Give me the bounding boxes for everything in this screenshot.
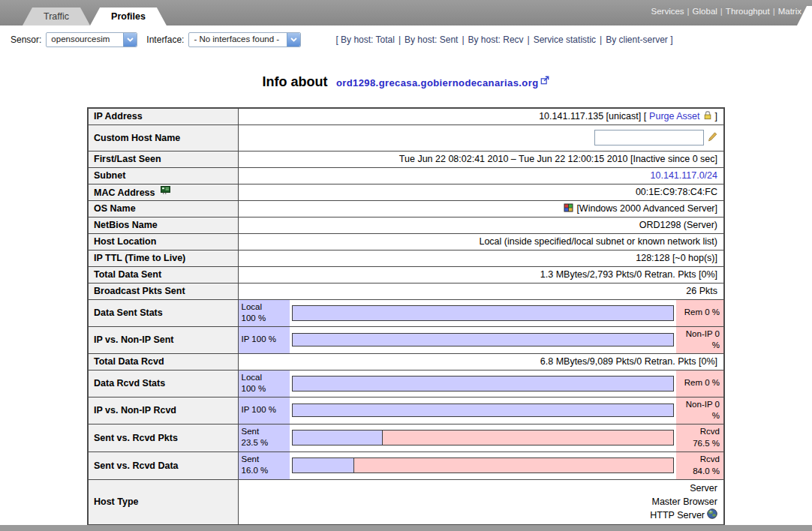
total-data-sent-value: 1.3 MBytes/2,793 Pkts/0 Retran. Pkts [0%… xyxy=(238,266,724,283)
bar-right-label: Rem 0 % xyxy=(676,300,723,326)
table-row-custom-host-name: Custom Host Name xyxy=(88,124,724,151)
link-separator: | xyxy=(458,34,468,45)
link-by-client-server[interactable]: By client-server xyxy=(606,34,668,45)
percentage-bar xyxy=(292,404,675,417)
toolbar: Sensor: opensourcesim Interface: - No in… xyxy=(0,26,812,52)
lock-icon[interactable] xyxy=(703,110,712,122)
table-row-netbios-name: NetBios Name ORD1298 (Server) xyxy=(88,217,724,233)
top-nav-links: Services|Global|Throughput|Matrix xyxy=(651,7,802,16)
nav-link-services[interactable]: Services xyxy=(651,7,684,16)
row-label: Host Type xyxy=(88,479,238,525)
nav-link-matrix[interactable]: Matrix xyxy=(778,7,801,16)
host-info-table: IP Address 10.141.117.135 [unicast] [ Pu… xyxy=(87,107,725,526)
table-row-ip-ttl: IP TTL (Time to Live) 128:128 [~0 hop(s)… xyxy=(88,250,724,266)
host-type-value: Server Master Browser HTTP Server xyxy=(238,479,724,525)
sensor-select[interactable]: opensourcesim xyxy=(46,32,137,47)
pencil-icon[interactable] xyxy=(707,131,717,145)
bar-left-label: IP 100 % xyxy=(239,398,290,424)
bar-right-label: Non-IP 0 % xyxy=(676,398,723,424)
tab-profiles[interactable]: Profiles xyxy=(90,8,167,26)
bar-right-label: Non-IP 0 % xyxy=(676,327,723,353)
bar-left-label: Local 100 % xyxy=(239,300,290,326)
chevron-down-icon xyxy=(123,33,137,46)
percentage-bar xyxy=(292,376,675,392)
tab-traffic[interactable]: Traffic xyxy=(23,8,90,26)
total-data-rcvd-value: 6.8 MBytes/9,089 Pkts/0 Retran. Pkts [0%… xyxy=(238,353,724,370)
link-by-host-sent[interactable]: By host: Sent xyxy=(404,34,458,45)
link-separator: | xyxy=(596,34,606,45)
link-by-host-recv[interactable]: By host: Recv xyxy=(468,34,524,45)
host-type-master-browser: Master Browser xyxy=(245,495,718,508)
table-row-data-rcvd-stats: Data Rcvd Stats Local 100 % Rem 0 % xyxy=(88,370,724,397)
link-service-statistic[interactable]: Service statistic xyxy=(534,34,596,45)
percentage-bar xyxy=(292,305,675,321)
row-label: Data Rcvd Stats xyxy=(88,370,238,397)
ip-vs-nonip-sent-bar: IP 100 % Non-IP 0 % xyxy=(238,326,724,353)
table-row-subnet: Subnet 10.141.117.0/24 xyxy=(88,167,724,184)
data-rcvd-stats-bar: Local 100 % Rem 0 % xyxy=(238,370,724,397)
row-label: Total Data Sent xyxy=(88,266,238,283)
mac-address-value: 00:1E:C9:78:C4:FC xyxy=(238,184,724,200)
host-name-link[interactable]: ord1298.grecasa.gobiernodecanarias.org xyxy=(336,77,539,88)
bar-left-label: Local 100 % xyxy=(239,370,290,397)
host-location-value: Local (inside specified/local subnet or … xyxy=(238,233,724,250)
table-row-ip-vs-nonip-sent: IP vs. Non-IP Sent IP 100 % Non-IP 0 % xyxy=(88,326,724,353)
ip-address-value: 10.141.117.135 [unicast] [ Purge Asset ] xyxy=(238,108,724,124)
page-title: Info about ord1298.grecasa.gobiernodecan… xyxy=(0,74,812,95)
bar-left-label: Sent 16.0 % xyxy=(239,452,290,479)
bar-left-label: Sent 23.5 % xyxy=(239,424,290,452)
table-row-sent-vs-rcvd-data: Sent vs. Rcvd Data Sent 16.0 % Rcvd 84.0… xyxy=(88,452,724,479)
interface-select-value: - No interfaces found - xyxy=(189,33,287,46)
table-row-total-data-rcvd: Total Data Rcvd 6.8 MBytes/9,089 Pkts/0 … xyxy=(88,353,724,370)
custom-host-name-input[interactable] xyxy=(594,130,704,146)
row-label: IP vs. Non-IP Rcvd xyxy=(88,397,238,424)
broadcast-pkts-sent-value: 26 Pkts xyxy=(238,283,724,299)
table-row-sent-vs-rcvd-pkts: Sent vs. Rcvd Pkts Sent 23.5 % Rcvd 76.5… xyxy=(88,424,724,452)
row-label: Total Data Rcvd xyxy=(88,353,238,370)
nav-link-throughput[interactable]: Throughput xyxy=(726,7,770,16)
row-label: Custom Host Name xyxy=(88,124,238,151)
first-last-seen-value: Tue Jun 22 08:02:41 2010 – Tue Jun 22 12… xyxy=(238,151,724,167)
link-by-host-total[interactable]: By host: Total xyxy=(341,34,395,45)
row-label: MAC Address xyxy=(88,184,238,200)
host-type-server: Server xyxy=(245,482,718,495)
chevron-down-icon xyxy=(287,33,300,46)
row-label: Subnet xyxy=(88,167,238,184)
external-link-icon[interactable] xyxy=(538,76,549,88)
purge-asset-link[interactable]: Purge Asset xyxy=(649,111,699,122)
top-tab-bar: Traffic Profiles Services|Global|Through… xyxy=(0,0,812,26)
table-row-os-name: OS Name [Windows 2000 Advanced Server] xyxy=(88,200,724,217)
bracket: ] xyxy=(715,111,717,122)
windows-logo-icon xyxy=(564,203,573,214)
row-label: Sent vs. Rcvd Pkts xyxy=(88,424,238,452)
sensor-label: Sensor: xyxy=(11,34,41,45)
nav-link-global[interactable]: Global xyxy=(693,7,717,16)
row-label: IP TTL (Time to Live) xyxy=(88,250,238,266)
host-type-http-server: HTTP Server xyxy=(650,508,705,522)
globe-icon xyxy=(707,508,717,523)
table-row-ip-vs-nonip-rcvd: IP vs. Non-IP Rcvd IP 100 % Non-IP 0 % xyxy=(88,397,724,424)
custom-host-name-value xyxy=(238,124,724,151)
sent-vs-rcvd-pkts-bar: Sent 23.5 % Rcvd 76.5 % xyxy=(238,424,724,452)
table-row-data-sent-stats: Data Sent Stats Local 100 % Rem 0 % xyxy=(88,299,724,326)
interface-label: Interface: xyxy=(146,34,184,45)
data-sent-stats-bar: Local 100 % Rem 0 % xyxy=(238,299,724,326)
host-view-links: [ By host: Total|By host: Sent|By host: … xyxy=(335,34,672,45)
subnet-value: 10.141.117.0/24 xyxy=(238,167,724,184)
bar-right-label: Rcvd 76.5 % xyxy=(676,424,723,452)
mac-address-label: MAC Address xyxy=(94,188,155,198)
bottom-window-edge xyxy=(0,525,812,531)
percentage-bar xyxy=(292,333,675,346)
os-name-value: [Windows 2000 Advanced Server] xyxy=(238,200,724,217)
row-label: Broadcast Pkts Sent xyxy=(88,283,238,299)
network-card-icon xyxy=(161,186,170,196)
nav-separator: | xyxy=(684,7,693,16)
bar-right-label: Rcvd 84.0 % xyxy=(676,452,723,479)
table-row-host-location: Host Location Local (inside specified/lo… xyxy=(88,233,724,250)
ip-vs-nonip-rcvd-bar: IP 100 % Non-IP 0 % xyxy=(238,397,724,424)
netbios-name-value: ORD1298 (Server) xyxy=(238,217,724,233)
subnet-link[interactable]: 10.141.117.0/24 xyxy=(651,170,717,181)
interface-select[interactable]: - No interfaces found - xyxy=(188,32,301,47)
ip-ttl-value: 128:128 [~0 hop(s)] xyxy=(238,250,724,266)
row-label: First/Last Seen xyxy=(88,151,238,167)
